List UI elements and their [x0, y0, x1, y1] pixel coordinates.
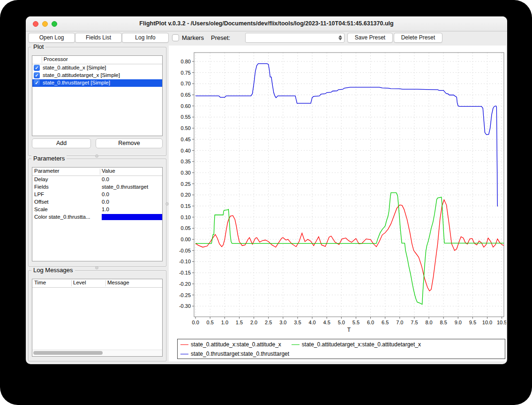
series-state_0.thrusttarget — [195, 64, 497, 206]
x-tick-label: 7.5 — [411, 320, 418, 325]
y-tick-label: -0.10 — [179, 259, 191, 264]
preset-label: Preset: — [211, 34, 230, 41]
column-separator — [100, 168, 100, 175]
y-tick-label: 0.20 — [181, 192, 191, 198]
horizontal-scrollbar[interactable] — [32, 350, 162, 356]
parameter-name: LPF — [34, 191, 44, 197]
preset-combobox[interactable] — [245, 33, 345, 43]
parameter-value: 0.0 — [102, 191, 109, 197]
vertical-splitter-handle[interactable] — [165, 202, 169, 206]
scrollbar-thumb[interactable] — [33, 351, 103, 355]
parameter-row[interactable]: Delay0.0 — [32, 176, 162, 183]
parameters-table[interactable]: Parameter Value Delay0.0Fieldsstate_0.th… — [32, 167, 163, 261]
processor-row[interactable]: ✓state_0.attitudetarget_x [Simple] — [32, 72, 162, 79]
plot-canvas[interactable]: 0.00.51.01.52.02.53.03.54.04.55.05.56.06… — [169, 46, 506, 336]
legend-item: state_0.attitude_x:state_0.attitude_x — [180, 340, 281, 349]
plot-group-title: Plot — [31, 43, 45, 50]
log-messages-table[interactable]: Time Level Message — [32, 279, 163, 357]
legend-line-swatch — [180, 344, 188, 345]
parameter-row[interactable]: Scale1.0 — [32, 206, 162, 214]
x-tick-label: 4.5 — [323, 320, 330, 325]
add-button[interactable]: Add — [32, 138, 91, 148]
splitter-handle[interactable] — [95, 154, 98, 158]
x-tick-label: 2.5 — [265, 320, 272, 325]
parameter-row[interactable]: LPF0.0 — [32, 191, 162, 199]
y-tick-label: 0.30 — [181, 170, 191, 176]
parameter-name: Fields — [34, 184, 49, 190]
parameter-row[interactable]: Fieldsstate_0.thrusttarget — [32, 183, 162, 191]
x-tick-label: 10.0 — [482, 320, 492, 325]
markers-checkbox[interactable] — [172, 34, 179, 41]
y-tick-label: 0.70 — [181, 81, 191, 86]
parameters-table-header: Parameter Value — [32, 168, 162, 176]
y-tick-label: 0.05 — [181, 225, 191, 231]
y-tick-label: 0.50 — [181, 125, 191, 131]
x-tick-label: 8.5 — [440, 320, 447, 325]
legend-item: state_0.attitudetarget_x:state_0.attitud… — [292, 340, 421, 349]
x-tick-label: 1.0 — [221, 320, 228, 325]
row-checkbox[interactable]: ✓ — [34, 65, 40, 71]
color-swatch[interactable] — [102, 214, 163, 220]
combo-up-arrow-icon — [338, 35, 342, 38]
x-tick-label: 0.0 — [192, 320, 199, 325]
log-info-button[interactable]: Log Info — [122, 33, 169, 43]
parameter-value: 0.0 — [102, 176, 109, 182]
window-title: FlightPlot v.0.3.2 - /Users/oleg/Documen… — [26, 16, 507, 31]
log-messages-group-title: Log Messages — [31, 267, 75, 274]
processor-row[interactable]: ✓state_0.thrusttarget [Simple] — [32, 79, 162, 87]
color-parameter-row[interactable]: Color state_0.thrustta... — [32, 214, 162, 221]
open-log-button[interactable]: Open Log — [28, 33, 75, 43]
parameter-row[interactable]: Offset0.0 — [32, 199, 162, 206]
x-tick-label: 7.0 — [396, 320, 403, 325]
y-tick-label: 0.80 — [181, 59, 191, 64]
remove-button[interactable]: Remove — [96, 138, 163, 148]
y-tick-label: 0.10 — [181, 214, 191, 220]
parameter-name: Scale — [34, 206, 48, 212]
series-state_0.attitude_x — [195, 200, 505, 291]
markers-label: Markers — [182, 34, 204, 41]
row-checkbox[interactable]: ✓ — [34, 80, 40, 86]
y-tick-label: 0.35 — [181, 159, 191, 164]
fields-list-button[interactable]: Fields List — [75, 33, 122, 43]
y-tick-label: -0.20 — [179, 281, 191, 287]
parameter-value: 1.0 — [102, 206, 109, 212]
parameter-value: state_0.thrusttarget — [102, 184, 148, 190]
chart-legend: state_0.attitude_x:state_0.attitude_xsta… — [177, 339, 505, 359]
processor-row[interactable]: ✓state_0.attitude_x [Simple] — [32, 64, 162, 72]
legend-label: state_0.thrusttarget:state_0.thrusttarge… — [191, 351, 289, 357]
processor-table[interactable]: Processor ✓state_0.attitude_x [Simple]✓s… — [32, 55, 163, 136]
processor-row-label: state_0.thrusttarget [Simple] — [43, 80, 110, 85]
processor-row-label: state_0.attitude_x [Simple] — [43, 65, 106, 70]
x-axis-label: T — [347, 327, 351, 333]
log-messages-group: Log Messages Time Level Message — [28, 270, 166, 361]
y-tick-label: -0.25 — [179, 292, 191, 298]
x-tick-label: 5.0 — [338, 320, 345, 325]
x-tick-label: 2.0 — [250, 320, 257, 325]
legend-label: state_0.attitude_x:state_0.attitude_x — [191, 341, 281, 348]
row-checkbox[interactable]: ✓ — [34, 72, 40, 78]
x-tick-label: 9.5 — [469, 320, 476, 325]
y-tick-label: 0.00 — [181, 237, 191, 242]
parameters-group: Parameters Parameter Value Delay0.0Field… — [28, 159, 166, 267]
x-tick-label: 6.5 — [382, 320, 389, 325]
value-column-header: Value — [102, 168, 115, 174]
x-tick-label: 1.5 — [236, 320, 243, 325]
processor-table-header: Processor — [32, 56, 162, 64]
level-column-header: Level — [73, 280, 86, 285]
message-column-header: Message — [107, 280, 129, 285]
save-preset-button[interactable]: Save Preset — [347, 33, 393, 43]
x-tick-label: 8.0 — [425, 320, 432, 325]
processor-column-header: Processor — [44, 56, 68, 62]
parameters-group-title: Parameters — [31, 155, 67, 162]
chart-panel: 0.00.51.01.52.02.53.03.54.04.55.05.56.06… — [169, 46, 506, 361]
delete-preset-button[interactable]: Delete Preset — [394, 33, 442, 43]
x-tick-label: 0.5 — [207, 320, 214, 325]
title-bar[interactable]: FlightPlot v.0.3.2 - /Users/oleg/Documen… — [26, 16, 507, 31]
x-tick-label: 10.5 — [497, 320, 506, 325]
plot-group: Plot Processor ✓state_0.attitude_x [Simp… — [28, 47, 166, 156]
x-tick-label: 6.0 — [367, 320, 374, 325]
splitter-handle[interactable] — [95, 266, 98, 269]
y-tick-label: 0.25 — [181, 181, 191, 187]
y-tick-label: -0.15 — [179, 270, 191, 275]
processor-row-label: state_0.attitudetarget_x [Simple] — [43, 72, 120, 78]
